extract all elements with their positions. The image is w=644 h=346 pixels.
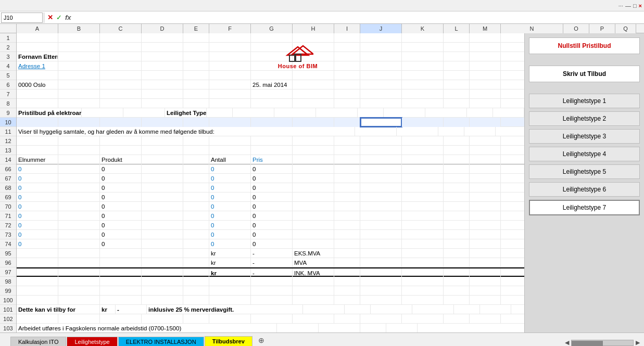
cell-m74[interactable] — [470, 239, 501, 249]
leilighetstype-5-button[interactable]: Leilighetstype 5 — [529, 164, 640, 179]
cell-d8[interactable] — [142, 99, 183, 108]
cell-f67[interactable]: 0 — [209, 174, 251, 183]
cell-j71[interactable] — [360, 211, 402, 221]
cell-a102[interactable] — [17, 314, 58, 324]
cell-l2[interactable] — [444, 43, 470, 52]
tab-add-button[interactable]: ⊕ — [254, 335, 269, 346]
leilighetstype-4-button[interactable]: Leilighetstype 4 — [529, 147, 640, 161]
cell-m100[interactable] — [470, 296, 501, 305]
cell-l12[interactable] — [444, 136, 470, 146]
cell-j12[interactable] — [360, 136, 402, 146]
cell-a96[interactable] — [17, 258, 58, 267]
cell-c73[interactable]: 0 — [100, 230, 142, 239]
col-header-q[interactable]: Q — [615, 24, 636, 33]
row-num-95[interactable]: 95 — [0, 249, 16, 258]
cell-h74[interactable] — [293, 239, 334, 249]
col-header-n[interactable]: N — [501, 24, 563, 33]
row-num-102[interactable]: 102 — [0, 314, 16, 324]
cell-h70[interactable] — [293, 202, 334, 211]
cell-h102[interactable] — [293, 314, 334, 324]
cell-c66[interactable]: 0 — [100, 164, 142, 174]
cell-f3[interactable] — [209, 52, 251, 61]
cell-g7[interactable] — [251, 89, 293, 99]
cell-h68[interactable] — [293, 183, 334, 193]
cell-i101[interactable] — [345, 305, 371, 314]
cell-h7[interactable] — [293, 89, 334, 99]
cell-a11[interactable]: Viser til hyggelig samtale, og har glede… — [17, 127, 355, 136]
cell-g4[interactable] — [251, 61, 293, 71]
cell-h95[interactable]: EKS.MVA — [293, 249, 334, 258]
scroll-right-icon[interactable]: ▶ — [636, 339, 640, 346]
row-num-7[interactable]: 7 — [0, 89, 16, 99]
row-num-14[interactable]: 14 — [0, 155, 16, 164]
cell-g102[interactable] — [251, 314, 293, 324]
cell-h10[interactable] — [293, 118, 334, 127]
row-num-68[interactable]: 68 — [0, 183, 16, 193]
cell-e10[interactable] — [183, 118, 209, 127]
cell-c3[interactable] — [100, 52, 142, 61]
cell-d4[interactable] — [142, 61, 183, 71]
cell-g3[interactable] — [251, 52, 293, 61]
cell-g73[interactable]: 0 — [251, 230, 293, 239]
cell-g72[interactable]: 0 — [251, 221, 293, 230]
cell-m101[interactable] — [480, 305, 511, 314]
cell-k98[interactable] — [402, 277, 444, 286]
leilighetstype-3-button[interactable]: Leilighetstype 3 — [529, 129, 640, 144]
cell-i67[interactable] — [334, 174, 360, 183]
cell-l70[interactable] — [444, 202, 470, 211]
cell-g5[interactable] — [251, 71, 293, 80]
cell-j7[interactable] — [360, 89, 402, 99]
cell-k10[interactable] — [402, 118, 444, 127]
row-num-1[interactable]: 1 — [0, 33, 16, 43]
cell-k11[interactable] — [397, 127, 438, 136]
cell-l102[interactable] — [444, 314, 470, 324]
cell-d13[interactable] — [142, 146, 183, 155]
cell-k2[interactable] — [402, 43, 444, 52]
cell-a67[interactable]: 0 — [17, 174, 58, 183]
row-num-10[interactable]: 10 — [0, 118, 16, 127]
cell-h98[interactable] — [293, 277, 334, 286]
cell-g69[interactable]: 0 — [251, 193, 293, 202]
cell-k13[interactable] — [402, 146, 444, 155]
col-header-d[interactable]: D — [142, 24, 183, 33]
leilighetstype-7-button[interactable]: Leilighetstype 7 — [529, 200, 640, 215]
col-corner[interactable] — [0, 24, 17, 33]
cell-b8[interactable] — [58, 99, 100, 108]
cell-f96[interactable]: kr — [209, 258, 251, 267]
cell-a5[interactable] — [17, 71, 58, 80]
cell-k8[interactable] — [402, 99, 444, 108]
row-num-66[interactable]: 66 — [0, 164, 16, 174]
cell-f2[interactable] — [209, 43, 251, 52]
cell-h96[interactable]: MVA — [293, 258, 334, 267]
cell-d100[interactable] — [142, 296, 183, 305]
cell-i68[interactable] — [334, 183, 360, 193]
cell-a99[interactable] — [17, 286, 58, 296]
cell-l99[interactable] — [444, 286, 470, 296]
cell-d73[interactable] — [142, 230, 183, 239]
cell-l95[interactable] — [444, 249, 470, 258]
cell-a103[interactable]: Arbeidet utføres i Fagskolens normale ar… — [17, 324, 277, 332]
cell-l66[interactable] — [444, 164, 470, 174]
cell-a9[interactable]: Pristilbud på elektroarbeider — [17, 108, 82, 118]
cell-f71[interactable]: 0 — [209, 211, 251, 221]
minimize-btn[interactable]: — — [625, 3, 631, 9]
cell-g71[interactable]: 0 — [251, 211, 293, 221]
cell-j67[interactable] — [360, 174, 402, 183]
cell-i72[interactable] — [334, 221, 360, 230]
cell-k69[interactable] — [402, 193, 444, 202]
cell-g10[interactable] — [251, 118, 293, 127]
row-num-12[interactable]: 12 — [0, 136, 16, 146]
cell-d72[interactable] — [142, 221, 183, 230]
cell-g96[interactable]: - — [251, 258, 293, 267]
cell-f12[interactable] — [209, 136, 251, 146]
cell-e73[interactable] — [183, 230, 209, 239]
close-btn[interactable]: × — [639, 3, 642, 9]
cell-m96[interactable] — [470, 258, 501, 267]
scroll-left-icon[interactable]: ◀ — [565, 339, 569, 346]
row-num-72[interactable]: 72 — [0, 221, 16, 230]
row-num-103[interactable]: 103 — [0, 324, 16, 332]
row-num-74[interactable]: 74 — [0, 239, 16, 249]
cell-f101[interactable]: inklusive 25 % merverdiavgift. — [147, 305, 303, 314]
cell-k96[interactable] — [402, 258, 444, 267]
row-num-71[interactable]: 71 — [0, 211, 16, 221]
